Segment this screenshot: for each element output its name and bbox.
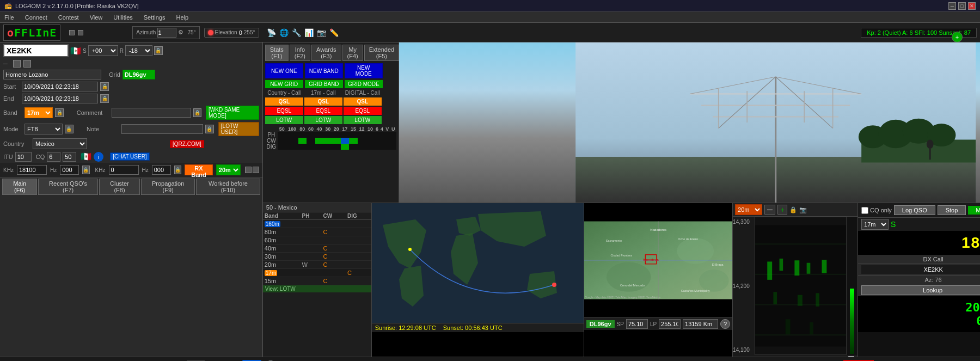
cq-only-checkbox[interactable] (861, 207, 868, 214)
camera-icon: 📷 (317, 28, 326, 37)
tab-info[interactable]: Info (F2) (290, 45, 310, 61)
grid-input[interactable] (122, 70, 155, 79)
menu-contest[interactable]: Contest (56, 14, 81, 21)
cq-input[interactable] (47, 152, 60, 162)
callsign-input[interactable] (3, 44, 69, 57)
menu-file[interactable]: File (2, 14, 16, 21)
camera-signal-btn[interactable]: 📷 (799, 206, 807, 213)
cell-ph-15 (349, 132, 358, 138)
chart-icon[interactable]: 📊 (848, 356, 854, 357)
far-right-band-select[interactable]: 17m (861, 219, 889, 230)
tab-cluster[interactable]: Cluster (F8) (99, 179, 140, 195)
eqsl-btn-3[interactable]: EQSL (344, 107, 382, 115)
tab-stats[interactable]: Stats (F1) (265, 45, 289, 61)
logo-text3: InE (35, 26, 57, 39)
monitor-btn[interactable]: Monit (968, 206, 980, 215)
menu-view[interactable]: View (88, 14, 105, 21)
lock-comment[interactable]: 🔒 (193, 108, 201, 117)
tab-propagation[interactable]: Propagation (F9) (141, 179, 195, 195)
qsl-btn-3[interactable]: QSL (344, 97, 382, 106)
view-lotw-btn[interactable]: View: LOTW (263, 285, 371, 292)
s-select[interactable]: +00 (88, 45, 118, 56)
sp-input[interactable] (626, 319, 648, 329)
new-grid-btn[interactable]: NEW GRID (265, 80, 303, 88)
info-btn[interactable]: i (94, 152, 103, 162)
rx-band-btn[interactable]: RX Band (185, 164, 213, 175)
country-select[interactable]: Mexico (33, 138, 87, 149)
lookup-btn[interactable]: Lookup (861, 285, 980, 295)
end-input[interactable] (22, 94, 98, 103)
qsl-btn-2[interactable]: QSL (304, 97, 342, 106)
menu-help[interactable]: Help (174, 14, 191, 21)
azimuth-input[interactable] (157, 28, 176, 38)
tab-recent-qso[interactable]: Recent QSO's (F7) (38, 179, 98, 195)
tab-extended[interactable]: Extended (F5) (364, 45, 399, 61)
lock-freq[interactable]: 🔒 (82, 166, 89, 174)
maximize-btn[interactable]: □ (958, 2, 966, 10)
wkd-qrz-tag[interactable]: [QRZ.COM] (170, 140, 204, 148)
lotw-btn-1[interactable]: LOTW (265, 116, 303, 124)
note-input[interactable] (121, 124, 203, 134)
help-btn[interactable]: ? (720, 319, 730, 329)
comment-input[interactable] (112, 108, 191, 118)
lock-note[interactable]: 🔒 (205, 125, 214, 133)
rx-band-select[interactable]: 20m (216, 164, 241, 175)
grid-band-btn[interactable]: GRID BAND (305, 80, 343, 88)
minimize-btn[interactable]: ─ (948, 2, 956, 10)
freq-khz-input[interactable] (17, 165, 47, 175)
tab-my[interactable]: My (F4) (342, 45, 363, 61)
svg-rect-54 (786, 319, 791, 334)
lock-rx-freq[interactable]: 🔒 (174, 166, 181, 174)
tab-main[interactable]: Main (F6) (2, 179, 37, 195)
cell-dig-u (390, 144, 396, 150)
menu-utilities[interactable]: Utilities (111, 14, 134, 21)
lock-mode[interactable]: 🔒 (65, 125, 74, 133)
eqsl-btn-1[interactable]: EQSL (265, 107, 303, 115)
lp-input[interactable] (659, 319, 681, 329)
rx-freq-hz-input[interactable] (152, 165, 171, 175)
rx-btn-a[interactable] (245, 167, 252, 173)
new-one-btn[interactable]: NEW ONE (265, 63, 303, 78)
log-qso-btn[interactable]: Log QSO (894, 205, 935, 215)
wkd-lotw-tag[interactable]: [LOTW USER] (218, 122, 259, 136)
lotw-btn-2[interactable]: LOTW (304, 116, 342, 124)
minus-btn[interactable]: ─ (764, 205, 775, 215)
rx-btn-b[interactable] (253, 167, 259, 173)
settings-icon[interactable]: ⚙ (178, 29, 183, 36)
extra-input[interactable] (63, 152, 76, 162)
svg-text:Castaños Municipality: Castaños Municipality (681, 289, 710, 292)
lock-start[interactable]: 🔒 (100, 82, 109, 91)
lock-signal-btn[interactable]: 🔒 (789, 206, 797, 213)
freq-hz-input[interactable] (60, 165, 79, 175)
start-input[interactable] (22, 82, 98, 91)
band-select[interactable]: 17m (24, 107, 53, 118)
plus-btn[interactable]: + (777, 205, 787, 215)
km-input[interactable] (683, 319, 718, 329)
tab-awards[interactable]: Awards (F3) (311, 45, 341, 61)
wkd-chat-tag[interactable]: [CHAT USER] (110, 152, 149, 161)
qsl-btn-1[interactable]: QSL (265, 97, 303, 106)
wkd-same-mode-tag[interactable]: [WKD SAME MODE] (206, 106, 259, 120)
lock-end[interactable]: 🔒 (100, 94, 109, 103)
name-input[interactable] (3, 70, 101, 79)
r-select[interactable]: -18 (125, 45, 152, 56)
eqsl-btn-2[interactable]: EQSL (304, 107, 342, 115)
menu-settings[interactable]: Settings (142, 14, 168, 21)
local-map-svg: Monclova Nadadores Sacramento Ocho de En… (584, 203, 732, 317)
lock-btn-1[interactable]: 🔒 (154, 46, 163, 55)
mode-select[interactable]: FT8 (24, 124, 63, 134)
new-mode-btn[interactable]: NEW MODE (345, 63, 383, 78)
menu-connect[interactable]: Connect (23, 14, 50, 21)
close-btn[interactable]: ✕ (968, 2, 976, 10)
stop-btn[interactable]: Stop (938, 205, 966, 215)
grid-mode-btn[interactable]: GRID MODE (345, 80, 383, 88)
signal-band-select[interactable]: 20m (735, 204, 762, 215)
cell-cw-40 (315, 138, 324, 144)
tab-worked-before[interactable]: Worked before (F10) (196, 179, 260, 195)
new-band-btn[interactable]: NEW BAND (305, 63, 343, 78)
sq1 (69, 30, 75, 35)
lotw-btn-3[interactable]: LOTW (344, 116, 382, 124)
rx-freq-khz-input[interactable] (109, 165, 139, 175)
lock-band[interactable]: 🔒 (55, 108, 63, 117)
itu-input[interactable] (15, 152, 32, 162)
